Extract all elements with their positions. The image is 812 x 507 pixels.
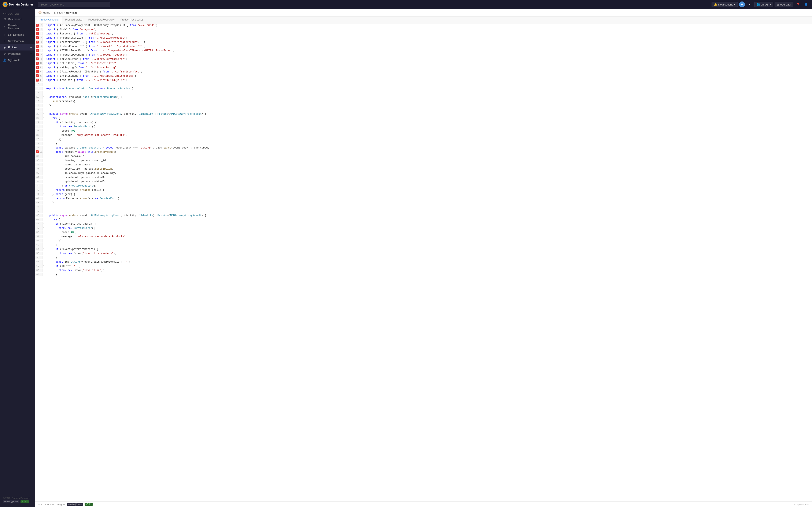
- line-gutter: 37: [35, 176, 43, 179]
- line-number: 48: [36, 222, 40, 226]
- line-gutter: 43: [35, 201, 43, 205]
- line-number: 12: [39, 70, 43, 73]
- line-gutter: ✕ 11: [35, 66, 43, 69]
- line-gutter: 36: [35, 171, 43, 175]
- sidebar-domain-designer-label: Domain Designer: [8, 24, 29, 30]
- help-button[interactable]: ❓: [795, 1, 801, 8]
- code-line: ✕ 11 import { setPaging } from '../utils…: [35, 66, 812, 70]
- code-line: 52 });: [35, 239, 812, 243]
- error-icon: ✕: [36, 57, 39, 60]
- tab-product-service[interactable]: ProductService: [62, 16, 85, 23]
- line-content: import { IPagingRequest, IIdentity } fro…: [45, 70, 812, 74]
- entities-icon: ◈: [3, 46, 6, 49]
- line-gutter: 53: [35, 243, 43, 247]
- line-content: code: 403,: [45, 129, 812, 133]
- line-gutter: 42: [35, 197, 43, 200]
- add-property-button[interactable]: +: [30, 52, 32, 55]
- avatar[interactable]: JE: [739, 1, 745, 7]
- sidebar-item-my-profile[interactable]: 👤 My Profile: [0, 57, 35, 63]
- line-gutter: 54: [35, 247, 43, 251]
- tab-product-controller[interactable]: ProductController: [37, 16, 62, 23]
- line-number: 36: [36, 171, 40, 175]
- breadcrumb-sep-1: ›: [52, 11, 52, 14]
- navbar-right: 🔔 Notifications ▾ JE ▾ 🌐 en-US ▾ ⊞ Add d…: [712, 1, 809, 8]
- line-number: 19: [36, 100, 40, 103]
- line-content: message: 'only admins can update Product…: [45, 235, 812, 238]
- line-content: export class ProductsController extends …: [45, 87, 812, 91]
- code-line: 30 const params: CreateProductDTO = type…: [35, 146, 812, 150]
- brand-logo[interactable]: 🔷 Domain Designer: [3, 2, 36, 7]
- sidebar-item-properties[interactable]: ⚙ Properties +: [0, 51, 35, 57]
- search-input[interactable]: [38, 2, 110, 7]
- tab-product-use-cases[interactable]: Product - Use cases: [117, 16, 146, 23]
- line-content: name: params.name,: [45, 163, 812, 167]
- avatar-expand-button[interactable]: ▾: [746, 1, 753, 8]
- line-number: 26: [36, 129, 40, 133]
- sidebar-item-entities[interactable]: ◈ Entities +: [0, 44, 35, 51]
- code-line: 19 super(Products);: [35, 100, 812, 104]
- tab-product-data-repository[interactable]: ProductDataRepository: [86, 16, 117, 23]
- line-number: 25: [36, 125, 40, 128]
- code-line: 39 } as CreateProductDTO);: [35, 184, 812, 188]
- line-gutter: 25: [35, 125, 43, 128]
- line-content: }: [45, 142, 812, 146]
- translate-icon: 🌐: [757, 3, 760, 6]
- line-content: }: [45, 201, 812, 205]
- notifications-button[interactable]: 🔔 Notifications ▾: [712, 2, 738, 7]
- error-icon: ✕: [36, 70, 39, 73]
- sidebar: APPLICATIONS ⊞ Dashboard ✦ Domain Design…: [0, 9, 35, 507]
- line-gutter: 34: [35, 163, 43, 166]
- line-gutter: 57: [35, 260, 43, 264]
- chevron-down-icon: ▾: [734, 3, 735, 6]
- line-content: [45, 209, 812, 213]
- add-entity-button[interactable]: +: [30, 46, 32, 49]
- breadcrumb-home[interactable]: Home: [43, 11, 50, 14]
- user-icon-button[interactable]: 👤: [803, 1, 809, 8]
- sidebar-item-list-domains[interactable]: ≡ List Domains: [0, 32, 35, 38]
- line-gutter: ✕ 12: [35, 70, 43, 73]
- line-gutter: ✕ 31: [35, 150, 43, 154]
- sidebar-item-dashboard[interactable]: ⊞ Dashboard: [0, 16, 35, 22]
- line-content: import { HTTPNotFoundError } from '../in…: [45, 49, 812, 53]
- line-number: 45: [36, 209, 40, 213]
- error-icon: ✕: [36, 28, 39, 31]
- sidebar-item-new-domain[interactable]: ＋ New Domain: [0, 38, 35, 44]
- code-line: ✕ 9 import { ServiceError } from '../inf…: [35, 57, 812, 61]
- lang-button[interactable]: 🌐 en-US ▾: [754, 2, 773, 7]
- line-number: 24: [36, 121, 40, 124]
- line-content: const params: CreateProductDTO = typeof …: [45, 146, 812, 150]
- code-line: 34 name: params.name,: [35, 163, 812, 167]
- line-number: 57: [36, 260, 40, 264]
- line-number: 43: [36, 201, 40, 205]
- code-line: 32 id: params.id,: [35, 155, 812, 159]
- error-icon: ✕: [36, 66, 39, 69]
- sidebar-item-domain-designer[interactable]: ✦ Domain Designer −: [0, 22, 35, 32]
- line-content: id: params.id,: [45, 155, 812, 158]
- line-gutter: 59: [35, 269, 43, 272]
- line-content: import { setFilter } from '../utils/setF…: [45, 61, 812, 65]
- line-content: if (!identity.user.admin) {: [45, 121, 812, 124]
- line-number: 52: [36, 239, 40, 242]
- line-gutter: 41: [35, 192, 43, 196]
- line-number: 29: [36, 142, 40, 145]
- error-icon: ✕: [36, 49, 39, 52]
- sidebar-my-profile-label: My Profile: [8, 59, 32, 62]
- breadcrumb-entities[interactable]: Entities: [54, 11, 63, 14]
- line-number: 1: [39, 23, 43, 27]
- search-container: [38, 2, 110, 7]
- error-icon: ✕: [36, 53, 39, 56]
- line-number: 46: [36, 214, 40, 217]
- line-number: 15: [36, 82, 40, 86]
- sidebar-properties-label: Properties: [8, 52, 29, 55]
- line-content: throw new Error('invalid parameters');: [45, 251, 812, 256]
- code-editor[interactable]: ✕ 1 import { APIGatewayProxyEvent, APIGa…: [35, 23, 812, 502]
- line-number: 14: [39, 78, 43, 82]
- line-number: 32: [36, 155, 40, 158]
- code-line: 50 code: 403,: [35, 230, 812, 235]
- line-number: 10: [39, 61, 43, 65]
- line-gutter: 58: [35, 264, 43, 268]
- code-line: ✕ 2 import { Model } from 'mongoose';: [35, 28, 812, 32]
- collapse-icon: −: [30, 25, 32, 29]
- add-data-button[interactable]: ⊞ Add data: [774, 2, 794, 7]
- line-gutter: 51: [35, 235, 43, 238]
